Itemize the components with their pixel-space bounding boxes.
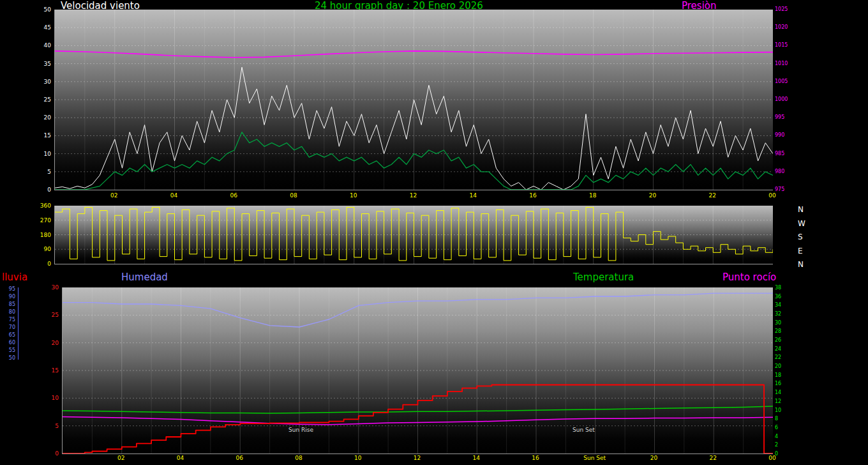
axis-tick: 90 — [0, 294, 15, 300]
axis-tick: 50 — [0, 355, 15, 362]
axis-tick: 0 — [33, 450, 59, 457]
axis-tick: N — [798, 261, 811, 268]
axis-tick: 04 — [161, 192, 187, 199]
axis-tick: 70 — [0, 324, 15, 331]
axis-tick: 55 — [0, 347, 15, 354]
axis-tick: 08 — [283, 455, 315, 461]
axis-tick: S — [798, 234, 811, 240]
axis-tick: 30 — [775, 320, 800, 326]
axis-tick: 22 — [700, 192, 725, 199]
axis-tick: 60 — [0, 340, 15, 346]
axis-tick: 1000 — [775, 96, 800, 103]
axis-tick: 20 — [33, 340, 59, 346]
axis-tick: 90 — [26, 246, 51, 252]
axis-tick: 85 — [0, 301, 15, 308]
axis-tick: 20 — [640, 192, 666, 199]
axis-tick: 20 — [638, 455, 670, 461]
temp-humidity-rain-chart — [62, 287, 773, 454]
axis-tick: 30 — [26, 79, 51, 85]
sun-rise-annotation: Sun Rise — [288, 427, 313, 433]
axis-tick: 28 — [775, 328, 800, 335]
axis-tick: 02 — [101, 192, 127, 199]
axis-tick: 20 — [775, 363, 800, 370]
axis-tick: 02 — [105, 455, 137, 461]
axis-tick: 16 — [775, 381, 800, 387]
axis-tick: 34 — [775, 302, 800, 309]
axis-tick: 12 — [401, 455, 433, 461]
axis-tick: 25 — [33, 312, 59, 318]
axis-tick: 14 — [775, 390, 800, 396]
axis-tick: 990 — [775, 132, 800, 139]
axis-tick: 15 — [33, 367, 59, 374]
axis-tick: 22 — [775, 354, 800, 361]
axis-tick: 0 — [26, 261, 51, 267]
axis-tick: 12 — [775, 399, 800, 405]
axis-tick: 18 — [580, 192, 606, 199]
axis-tick: 18 — [775, 372, 800, 379]
axis-tick: 06 — [223, 455, 255, 461]
axis-tick: 995 — [775, 114, 800, 121]
axis-tick: 270 — [26, 217, 51, 224]
axis-tick: 10 — [33, 395, 59, 401]
axis-tick: 975 — [775, 187, 800, 193]
axis-tick: 10 — [26, 151, 51, 157]
wind-direction-canvas — [55, 206, 773, 264]
axis-tick: 65 — [0, 332, 15, 339]
axis-tick: 10 — [341, 192, 366, 199]
axis-tick: 30 — [33, 284, 59, 291]
axis-tick: N — [798, 206, 811, 213]
axis-tick: 22 — [697, 455, 729, 461]
axis-tick: 1010 — [775, 61, 800, 67]
axis-tick: 25 — [26, 96, 51, 103]
axis-tick: 04 — [165, 455, 197, 461]
axis-tick: 14 — [460, 455, 492, 461]
axis-tick: 16 — [520, 192, 546, 199]
weather-24h-graph-page: { "header": { "left_title": "Velocidad v… — [0, 0, 868, 465]
axis-tick: 10 — [775, 408, 800, 414]
wind-pressure-chart — [54, 10, 773, 190]
axis-tick: 35 — [26, 61, 51, 67]
axis-tick: 1015 — [775, 42, 800, 49]
axis-tick: 5 — [33, 423, 59, 429]
axis-tick: 75 — [0, 317, 15, 323]
axis-tick: 12 — [401, 192, 426, 199]
temperature-label: Temperatura — [573, 271, 634, 283]
axis-tick: 95 — [0, 286, 15, 293]
axis-tick: W — [798, 220, 811, 227]
axis-tick: 08 — [281, 192, 306, 199]
axis-tick: 360 — [26, 202, 51, 209]
axis-tick: 8 — [775, 416, 800, 422]
axis-tick: 15 — [26, 132, 51, 139]
axis-tick: 26 — [775, 337, 800, 344]
axis-tick: 20 — [26, 114, 51, 121]
axis-tick: 00 — [760, 192, 785, 199]
axis-tick: 14 — [460, 192, 486, 199]
axis-tick: 00 — [756, 455, 788, 461]
axis-tick: 5 — [26, 169, 51, 175]
axis-tick: 10 — [342, 455, 374, 461]
axis-tick: 06 — [221, 192, 246, 199]
humidity-axis-line — [18, 287, 19, 360]
axis-tick: 16 — [520, 455, 551, 461]
axis-tick: 45 — [26, 24, 51, 31]
axis-tick: 6 — [775, 425, 800, 431]
axis-tick: 1005 — [775, 79, 800, 85]
axis-tick: 80 — [0, 309, 15, 316]
axis-tick: 32 — [775, 311, 800, 317]
axis-tick: 24 — [775, 346, 800, 353]
sun-set-annotation: Sun Set — [572, 427, 595, 433]
axis-tick: E — [798, 248, 811, 254]
axis-tick: Sun Set — [579, 455, 611, 461]
axis-tick: 985 — [775, 151, 800, 157]
temp-humidity-rain-canvas — [63, 287, 773, 454]
wind-direction-chart — [54, 206, 773, 264]
axis-tick: 40 — [26, 42, 51, 49]
axis-tick: 4 — [775, 434, 800, 440]
axis-tick: 0 — [775, 451, 800, 457]
axis-tick: 180 — [26, 232, 51, 238]
wind-pressure-canvas — [55, 10, 773, 190]
dew-point-label: Punto rocío — [722, 271, 776, 283]
rain-label: lluvia — [2, 271, 27, 283]
axis-tick: 1020 — [775, 24, 800, 31]
axis-tick: 50 — [26, 6, 51, 13]
